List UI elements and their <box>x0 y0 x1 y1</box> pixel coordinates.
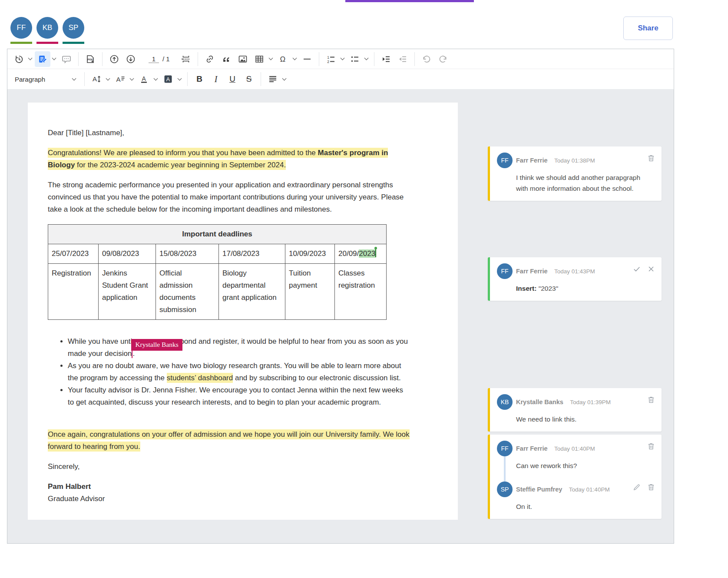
comment-author: Krystalle Banks <box>516 399 563 405</box>
indent-button[interactable] <box>378 51 394 67</box>
table-cell-with-insertion[interactable]: 20/09/2023 <box>335 244 387 264</box>
table-cell[interactable]: Biology departmental grant application <box>219 264 285 320</box>
delete-comment-button[interactable] <box>647 154 655 163</box>
italic-button[interactable]: I <box>208 71 224 87</box>
align-icon <box>268 74 278 84</box>
presence-user-ff[interactable]: FF <box>10 17 32 44</box>
redo-button[interactable] <box>435 51 451 67</box>
table-cell[interactable]: 17/08/2023 <box>219 244 285 264</box>
page-break-button[interactable] <box>178 51 194 67</box>
comment-body: Can we rework this? <box>516 460 647 471</box>
chevron-down-icon[interactable] <box>154 76 158 80</box>
share-button[interactable]: Share <box>623 17 673 40</box>
body-paragraph: The strong academic performance you pres… <box>48 179 446 216</box>
separator <box>261 72 261 86</box>
previous-page-button[interactable] <box>106 51 122 67</box>
background-color-button[interactable]: A <box>160 71 176 87</box>
revision-history-button[interactable] <box>11 51 26 67</box>
paragraph-style-dropdown[interactable]: Paragraph <box>10 71 81 87</box>
editing-area: Dear [Title] [Lastname], Congratulations… <box>7 89 674 544</box>
strikethrough-button[interactable]: S <box>241 71 257 87</box>
font-color-button[interactable]: A <box>136 71 152 87</box>
yellow-highlight: Congratulations! We are pleased to infor… <box>48 148 388 170</box>
undo-button[interactable] <box>419 51 434 67</box>
avatar: SP <box>497 482 513 497</box>
font-family-icon: A <box>115 74 126 84</box>
suggestion-card[interactable]: FF Farr Ferrie Today 01:43PM Insert: "20… <box>488 257 662 301</box>
document-page[interactable]: Dear [Title] [Lastname], Congratulations… <box>28 103 458 520</box>
chevron-down-icon[interactable] <box>340 56 344 60</box>
horizontal-line-button[interactable] <box>299 51 315 67</box>
avatar: FF <box>497 263 513 279</box>
signoff: Sincerely, <box>48 461 446 473</box>
strikethrough-icon: S <box>246 74 252 84</box>
signature-title: Graduate Advisor <box>48 495 105 503</box>
table-cell[interactable]: Registration <box>48 264 99 320</box>
chevron-down-icon[interactable] <box>292 56 297 60</box>
chevron-down-icon[interactable] <box>28 56 33 60</box>
chevron-down-icon[interactable] <box>178 76 182 80</box>
next-page-button[interactable] <box>123 51 139 67</box>
italic-icon: I <box>215 74 218 84</box>
table-cell[interactable]: Tuition payment <box>285 264 335 320</box>
trash-icon <box>647 395 655 404</box>
user-color-marker <box>63 42 84 44</box>
outdent-button[interactable] <box>395 51 410 67</box>
closing-paragraph: Once again, congratulations on your offe… <box>48 429 446 453</box>
check-icon <box>632 265 641 273</box>
insertion-caret <box>375 249 376 257</box>
delete-comment-button[interactable] <box>647 483 655 492</box>
chevron-down-icon[interactable] <box>130 76 134 80</box>
redo-icon <box>438 54 448 64</box>
comment-card[interactable]: KB Krystalle Banks Today 01:39PM We need… <box>488 388 662 432</box>
background-color-icon: A <box>163 74 173 84</box>
font-family-button[interactable]: A <box>113 71 128 87</box>
accept-suggestion-button[interactable] <box>632 265 641 273</box>
svg-text:PDF: PDF <box>88 57 93 60</box>
delete-comment-button[interactable] <box>647 442 655 451</box>
insert-image-button[interactable] <box>235 51 251 67</box>
history-icon <box>13 54 24 64</box>
export-pdf-button[interactable]: PDF <box>83 51 98 67</box>
chevron-down-icon[interactable] <box>268 56 273 60</box>
arrow-up-circle-icon <box>109 54 119 64</box>
chevron-down-icon[interactable] <box>282 76 287 80</box>
track-changes-button[interactable] <box>35 51 50 67</box>
page-number-input[interactable]: 1 <box>149 55 159 63</box>
table-cell[interactable]: 10/09/2023 <box>285 244 335 264</box>
table-cell[interactable]: 09/08/2023 <box>99 244 156 264</box>
alignment-button[interactable] <box>265 71 281 87</box>
table-cell[interactable]: Jenkins Student Grant application <box>99 264 156 320</box>
reject-suggestion-button[interactable] <box>647 265 655 273</box>
block-quote-button[interactable] <box>218 51 234 67</box>
deadlines-table[interactable]: Important deadlines 25/07/2023 09/08/202… <box>48 224 387 320</box>
bulleted-list-button[interactable] <box>347 51 363 67</box>
presence-user-kb[interactable]: KB <box>36 17 58 44</box>
presence-user-sp[interactable]: SP <box>63 17 84 44</box>
add-comment-button[interactable] <box>59 51 74 67</box>
table-cell[interactable]: Official admission documents submission <box>156 264 219 320</box>
quote-icon <box>221 54 232 64</box>
chevron-down-icon[interactable] <box>106 76 110 80</box>
yellow-highlight: Once again, congratulations on your offe… <box>48 429 410 452</box>
table-cell[interactable]: 25/07/2023 <box>48 244 99 264</box>
chevron-down-icon[interactable] <box>364 56 368 60</box>
chevron-down-icon[interactable] <box>52 56 56 60</box>
edit-comment-button[interactable] <box>632 483 641 492</box>
table-cell[interactable]: 15/08/2023 <box>156 244 219 264</box>
font-size-button[interactable]: A <box>89 71 104 87</box>
comment-author: Steffie Pumfrey <box>516 486 562 493</box>
outdent-icon <box>397 54 408 64</box>
table-cell[interactable]: Classes registration <box>335 264 387 320</box>
comment-card[interactable]: FF Farr Ferrie Today 01:38PM I think we … <box>488 146 662 201</box>
delete-comment-button[interactable] <box>647 395 655 404</box>
special-characters-button[interactable]: Ω <box>275 51 291 67</box>
table-items-row: Registration Jenkins Student Grant appli… <box>48 264 387 320</box>
underline-button[interactable]: U <box>225 71 240 87</box>
underline-icon: U <box>229 74 235 84</box>
bold-button[interactable]: B <box>192 71 207 87</box>
insert-table-button[interactable] <box>251 51 267 67</box>
comment-thread-card[interactable]: FF Farr Ferrie Today 01:40PM Can we rewo… <box>488 435 662 519</box>
numbered-list-button[interactable]: 12 <box>323 51 339 67</box>
link-button[interactable] <box>202 51 218 67</box>
